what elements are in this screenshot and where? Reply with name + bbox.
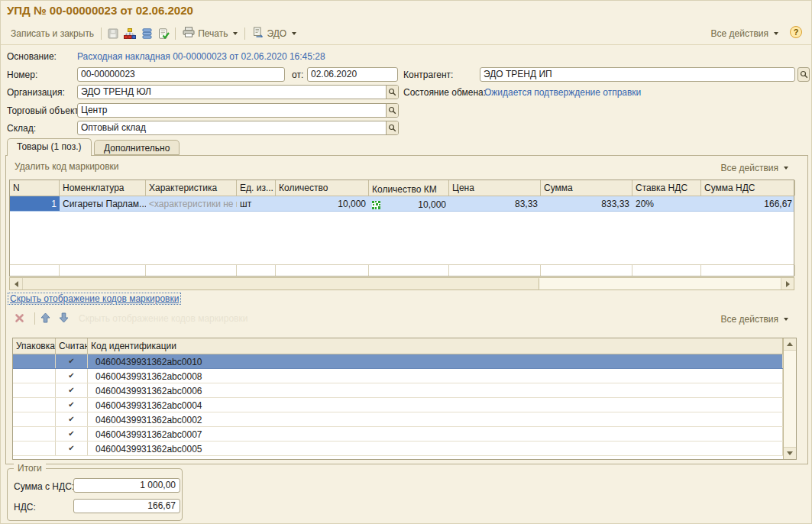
- arrow-right-icon: [786, 281, 790, 287]
- all-actions-button-main[interactable]: Все действия: [707, 27, 782, 40]
- save-close-button[interactable]: Записать и закрыть: [7, 27, 98, 40]
- toggle-marking-codes-link[interactable]: Скрыть отображение кодов маркировки: [8, 293, 180, 304]
- goods-table: N Номенклатура Характеристика Ед. из... …: [9, 180, 794, 277]
- scanned-check-icon: ✔: [56, 427, 88, 441]
- scanned-check-icon: ✔: [56, 398, 88, 412]
- scanned-check-icon: ✔: [56, 383, 88, 397]
- edo-label: ЭДО: [267, 28, 286, 39]
- marking-code-row[interactable]: ✔ 04600439931362abc0004: [13, 398, 783, 412]
- scroll-left-button[interactable]: [10, 278, 23, 289]
- toolbar-separator: [175, 27, 176, 40]
- column-header[interactable]: Ставка НДС: [632, 180, 701, 196]
- printer-icon: [183, 27, 195, 40]
- identification-code-cell: 04600439931362abc0006: [88, 383, 783, 397]
- tab-goods[interactable]: Товары (1 поз.): [7, 138, 92, 156]
- identification-code-cell: 04600439931362abc0005: [88, 442, 783, 455]
- marking-code-row[interactable]: ✔ 04600439931362abc0006: [13, 383, 783, 398]
- arrow-left-icon: [15, 281, 18, 287]
- warehouse-lookup-button[interactable]: [386, 121, 398, 134]
- all-actions-button-marking[interactable]: Все действия: [717, 312, 792, 326]
- vat-label: НДС:: [14, 502, 36, 513]
- save-icon[interactable]: [105, 26, 121, 41]
- marking-code-row[interactable]: ✔ 04600439931362abc0005: [13, 442, 783, 456]
- quantity-km-value: 10,000: [382, 199, 446, 210]
- column-header[interactable]: Ед. из...: [237, 180, 276, 196]
- marking-table-vscrollbar[interactable]: [783, 338, 796, 459]
- marking-codes-table: Упаковка Считан Код идентификации ✔ 0460…: [12, 338, 797, 460]
- delete-marking-code-button[interactable]: Удалить код маркировки: [11, 160, 123, 173]
- chevron-down-icon: [784, 318, 788, 321]
- marking-code-row[interactable]: ✔ 04600439931362abc0007: [13, 427, 783, 442]
- marking-code-row[interactable]: ✔ 04600439931362abc0008: [13, 369, 783, 383]
- chevron-down-icon: [774, 32, 778, 35]
- package-cell: [13, 354, 56, 368]
- vat-field[interactable]: 166,67: [73, 499, 180, 513]
- ghost-text: Скрыть отображение кодов маркировки: [79, 313, 247, 324]
- column-header[interactable]: Характеристика: [146, 180, 237, 196]
- table-row[interactable]: 1 Сигареты Парлам... <характеристики не …: [10, 196, 794, 212]
- package-cell: [13, 369, 56, 383]
- organization-lookup-button[interactable]: [386, 86, 398, 99]
- basis-label: Основание:: [7, 51, 57, 62]
- post-document-icon[interactable]: [155, 26, 172, 41]
- scanned-check-icon: ✔: [56, 354, 88, 368]
- organization-label: Организация:: [7, 87, 65, 98]
- column-header[interactable]: Количество КМ: [369, 180, 449, 196]
- column-header[interactable]: Код идентификации: [88, 338, 783, 354]
- sum-with-vat-field[interactable]: 1 000,00: [73, 478, 180, 493]
- command-bar: Записать и закрыть Печать: [1, 22, 811, 45]
- arrow-down-icon: [787, 451, 793, 455]
- package-cell: [13, 442, 56, 455]
- tab-additional[interactable]: Дополнительно: [94, 140, 180, 155]
- column-header[interactable]: Сумма НДС: [701, 180, 795, 196]
- chevron-down-icon: [784, 167, 788, 170]
- structure-icon[interactable]: [121, 26, 138, 41]
- edo-button[interactable]: ЭДО: [248, 25, 300, 41]
- marking-table-empty-area: [13, 456, 783, 459]
- datamatrix-icon: [372, 201, 380, 209]
- marking-code-row[interactable]: ✔ 04600439931362abc0010: [13, 354, 783, 369]
- trade-object-field[interactable]: Центр: [77, 103, 399, 118]
- column-header[interactable]: Сумма: [541, 180, 632, 196]
- delete-marking-code-label: Удалить код маркировки: [15, 161, 119, 172]
- basis-link[interactable]: Расходная накладная 00-00000023 от 02.06…: [77, 51, 325, 62]
- totals-group-label: Итоги: [14, 463, 46, 474]
- goods-table-hscrollbar[interactable]: [9, 277, 794, 290]
- price-cell: 83,33: [449, 196, 541, 211]
- column-header[interactable]: Номенклатура: [60, 180, 146, 196]
- column-header[interactable]: Цена: [449, 180, 541, 196]
- move-down-icon[interactable]: [55, 310, 72, 325]
- move-up-icon[interactable]: [37, 310, 53, 325]
- identification-code-cell: 04600439931362abc0002: [88, 412, 783, 426]
- print-label: Печать: [198, 28, 228, 39]
- journal-icon[interactable]: [138, 26, 155, 41]
- print-button[interactable]: Печать: [179, 25, 241, 41]
- scroll-up-button[interactable]: [784, 338, 796, 351]
- exchange-state-link[interactable]: Ожидается подтверждение отправки: [484, 87, 641, 98]
- goods-tab-panel: Удалить код маркировки Все действия N Но…: [5, 155, 808, 464]
- all-actions-button-goods[interactable]: Все действия: [717, 161, 792, 175]
- warehouse-field[interactable]: Оптовый склад: [77, 121, 399, 135]
- nomenclature-cell: Сигареты Парлам...: [60, 196, 146, 211]
- organization-field[interactable]: ЭДО ТРЕНД ЮЛ: [77, 85, 399, 99]
- delete-row-icon[interactable]: [11, 310, 27, 325]
- totals-groupbox: Итоги Сумма с НДС: 1 000,00 НДС: 166,67: [7, 468, 183, 521]
- scroll-down-button[interactable]: [784, 447, 796, 459]
- scrollbar-thumb[interactable]: [23, 278, 539, 289]
- column-header[interactable]: Упаковка: [13, 338, 56, 354]
- magnifier-icon: [388, 124, 396, 132]
- marking-code-row[interactable]: ✔ 04600439931362abc0002: [13, 412, 783, 427]
- counterparty-lookup-button[interactable]: [797, 67, 810, 82]
- column-header[interactable]: Количество: [276, 180, 369, 196]
- help-button[interactable]: ?: [790, 26, 802, 38]
- scroll-right-button[interactable]: [781, 278, 794, 289]
- characteristic-cell: <характеристики не и...: [146, 196, 237, 211]
- counterparty-field[interactable]: ЭДО ТРЕНД ИП: [480, 67, 795, 82]
- date-field[interactable]: 02.06.2020: [307, 67, 398, 82]
- column-header[interactable]: N: [10, 180, 60, 196]
- trade-object-lookup-button[interactable]: [386, 104, 398, 117]
- number-field[interactable]: 00-00000023: [77, 67, 285, 82]
- column-header[interactable]: Считан: [56, 338, 88, 354]
- marking-table-header: Упаковка Считан Код идентификации: [13, 338, 783, 354]
- identification-code-cell: 04600439931362abc0007: [88, 427, 783, 441]
